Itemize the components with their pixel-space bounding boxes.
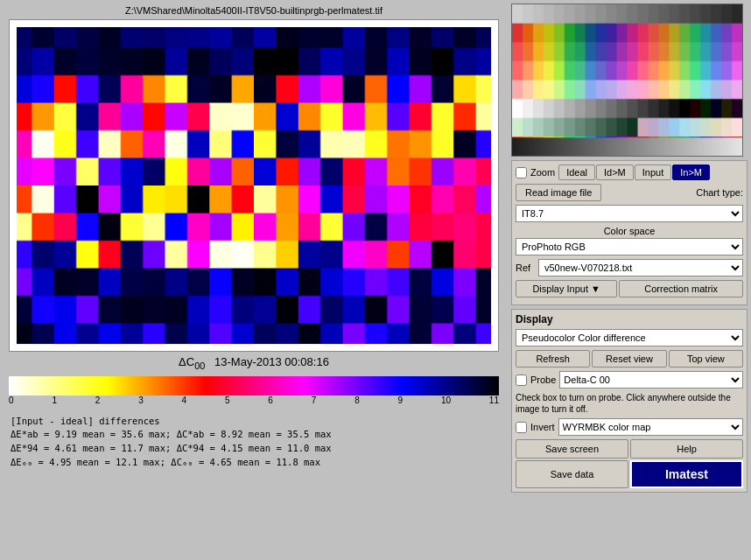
tab-input[interactable]: Input: [635, 164, 671, 180]
display-input-button[interactable]: Display Input ▼: [516, 280, 617, 298]
zoom-row: Zoom Ideal Id>M Input In>M: [516, 164, 743, 180]
heatmap-canvas: [10, 20, 498, 351]
probe-dropdown[interactable]: Delta-C 00 Delta-E ab Delta-E 94 Delta-E…: [559, 371, 743, 388]
bottom-buttons: Save screen Help Save data Imatest: [516, 439, 743, 488]
colormap-dropdown[interactable]: WYRMBK color map Jet color map Gray colo…: [558, 418, 743, 436]
file-title: Z:\VMShared\Minolta5400II-IT8V50-builtin…: [125, 5, 383, 16]
save-data-button[interactable]: Save data: [516, 460, 628, 488]
controls-box: Zoom Ideal Id>M Input In>M Read image fi…: [511, 160, 747, 305]
stats-line3: ΔE*94 = 4.61 mean = 11.7 max; ΔC*94 = 4.…: [11, 442, 497, 456]
correction-matrix-button[interactable]: Correction matrix: [619, 280, 743, 298]
colorbar-container: 0 1 2 3 4 5 6 7 8 9 10 11: [9, 376, 499, 410]
probe-label: Probe: [530, 374, 556, 385]
colorbar-canvas: [9, 376, 499, 396]
stats-line4: ΔE₀₀ = 4.95 mean = 12.1 max; ΔC₀₀ = 4.65…: [11, 456, 497, 470]
tab-ideal[interactable]: Ideal: [558, 164, 595, 180]
ref-row: Ref v50new-V070218.txt: [516, 259, 743, 276]
view-buttons-row: Refresh Reset view Top view: [516, 350, 743, 368]
stats-panel: [Input - ideal] differences ΔE*ab = 9.19…: [4, 411, 504, 473]
reset-view-button[interactable]: Reset view: [592, 350, 666, 368]
refresh-button[interactable]: Refresh: [516, 350, 590, 368]
help-button[interactable]: Help: [630, 439, 743, 458]
display-title: Display: [516, 313, 743, 326]
probe-hint: Check box to turn on probe. Click anywhe…: [516, 392, 743, 415]
chart-type-label: Chart type:: [696, 187, 743, 198]
preview-canvas: [512, 4, 742, 156]
zoom-label: Zoom: [530, 167, 555, 178]
stats-line2: ΔE*ab = 9.19 mean = 35.6 max; ΔC*ab = 8.…: [11, 428, 497, 442]
invert-checkbox[interactable]: [516, 422, 527, 433]
color-chart-preview: [511, 4, 743, 157]
probe-checkbox[interactable]: [516, 374, 527, 386]
color-space-dropdown[interactable]: ProPhoto RGB sRGB AdobeRGB: [516, 238, 743, 256]
tab-group: Ideal Id>M Input In>M: [558, 164, 710, 180]
imatest-logo: Imatest: [630, 460, 743, 488]
zoom-checkbox[interactable]: [516, 167, 527, 178]
top-view-button[interactable]: Top view: [669, 350, 743, 368]
invert-label: Invert: [530, 422, 555, 432]
read-image-row: Read image file Chart type:: [516, 184, 743, 201]
save-screen-button[interactable]: Save screen: [516, 439, 628, 458]
ref-label: Ref: [516, 262, 535, 273]
stats-line1: [Input - ideal] differences: [11, 415, 497, 429]
ref-dropdown[interactable]: v50new-V070218.txt: [538, 259, 743, 276]
delta-text: ΔC00 13-May-2013 00:08:16: [179, 355, 329, 368]
delta-label: ΔC00 13-May-2013 00:08:16: [4, 352, 504, 373]
display-input-row: Display Input ▼ Correction matrix: [516, 280, 743, 298]
invert-row: Invert WYRMBK color map Jet color map Gr…: [516, 418, 743, 436]
display-mode-dropdown[interactable]: Pseudocolor Color difference Color diffe…: [516, 329, 743, 346]
display-section: Display Pseudocolor Color difference Col…: [511, 309, 747, 493]
read-image-button[interactable]: Read image file: [516, 184, 601, 201]
title-bar: Z:\VMShared\Minolta5400II-IT8V50-builtin…: [4, 4, 504, 19]
color-space-label: Color space: [516, 226, 743, 236]
tab-idm[interactable]: Id>M: [596, 164, 634, 180]
left-panel: Z:\VMShared\Minolta5400II-IT8V50-builtin…: [0, 0, 508, 560]
chart-type-dropdown[interactable]: IT8.7: [516, 205, 743, 222]
right-panel: Zoom Ideal Id>M Input In>M Read image fi…: [508, 0, 751, 560]
probe-row: Probe Delta-C 00 Delta-E ab Delta-E 94 D…: [516, 371, 743, 388]
heatmap-container: [9, 19, 499, 352]
tab-inm[interactable]: In>M: [672, 164, 710, 180]
colorbar-labels: 0 1 2 3 4 5 6 7 8 9 10 11: [9, 396, 499, 405]
